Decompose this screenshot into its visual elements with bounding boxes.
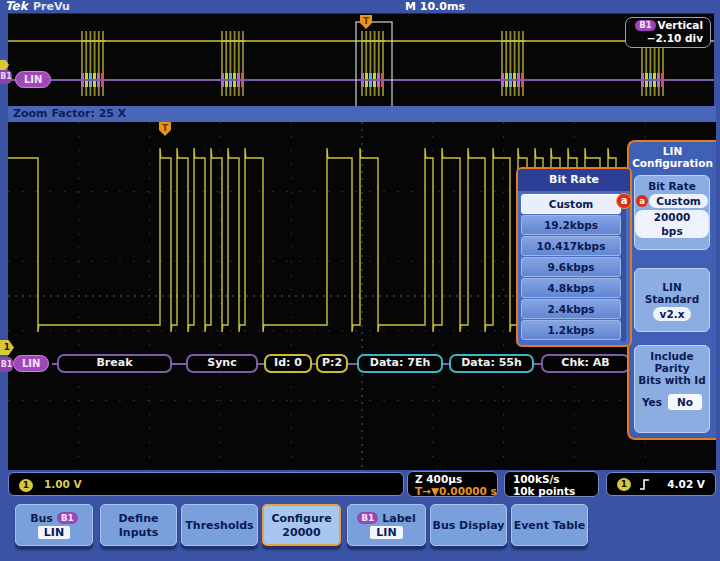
vertical-position-readout: B1Vertical −2.10 div: [625, 17, 711, 48]
decode-field-p-2: P:2: [316, 354, 348, 373]
menu-button-label[interactable]: B1 LabelLIN: [347, 504, 426, 546]
trigger-position-marker-overview: T: [360, 15, 372, 29]
channel1-icon: 1: [19, 479, 33, 492]
trigger-source-icon: 1: [617, 478, 631, 491]
svg-text:T: T: [363, 16, 370, 26]
b1-badge: B1: [57, 512, 78, 524]
tek-logo: Tek: [5, 0, 28, 13]
bit-rate-option-list: Custom19.2kbps10.417kbps9.6kbps4.8kbps2.…: [518, 191, 630, 343]
decode-field-sync: Sync: [186, 354, 258, 373]
channel1-scale-readout: 1 1.00 V: [8, 472, 404, 496]
bit-rate-label: Bit Rate: [635, 180, 709, 192]
lin-standard-menu-button[interactable]: LIN Standard v2.x: [634, 268, 710, 332]
bit-rate-popup-title: Bit Rate: [518, 169, 630, 191]
side-menu-title: LIN Configuration: [629, 145, 716, 169]
oscilloscope-screen: Tek PreVu M 10.0ms T LIN B1Vertical −2.1…: [0, 0, 720, 561]
include-parity-menu-button[interactable]: Include Parity Bits with Id Yes No: [634, 345, 710, 433]
trigger-position: T→▼0.00000 s: [415, 485, 497, 497]
record-length: 10k points: [513, 485, 598, 497]
bus-label-oval-main: LIN: [13, 355, 49, 372]
bit-rate-value: Custom: [649, 194, 708, 208]
trigger-position-marker: T: [159, 122, 171, 136]
b1-badge: B1: [357, 512, 378, 524]
bit-rate-bps: 20000 bps: [635, 210, 709, 238]
decode-field-break: Break: [57, 354, 172, 373]
menu-button-define-inputs[interactable]: DefineInputs: [100, 504, 177, 546]
zoom-factor-label: Zoom Factor: 25 X: [13, 107, 126, 120]
multipurpose-knob-a-badge: a: [616, 193, 632, 209]
zoom-factor-bar: Zoom Factor: 25 X: [8, 106, 716, 122]
acquisition-readout: 100kS/s 10k points: [504, 471, 599, 497]
rising-edge-icon: [639, 478, 650, 491]
bit-rate-option-1-2kbps[interactable]: 1.2kbps: [521, 320, 621, 340]
popup-scrollbar[interactable]: [621, 194, 626, 342]
bit-rate-option-9-6kbps[interactable]: 9.6kbps: [521, 257, 621, 277]
bit-rate-option-2-4kbps[interactable]: 2.4kbps: [521, 299, 621, 319]
zoom-timebase-readout: Z 400µs T→▼0.00000 s: [407, 471, 498, 497]
overview-window: T LIN B1Vertical −2.10 div: [8, 13, 714, 106]
sample-rate: 100kS/s: [513, 473, 598, 485]
bit-rate-option-4-8kbps[interactable]: 4.8kbps: [521, 278, 621, 298]
bus-label-oval: LIN: [15, 71, 51, 88]
bit-rate-option-19-2kbps[interactable]: 19.2kbps: [521, 215, 621, 235]
acquisition-status: PreVu: [33, 0, 70, 13]
menu-button-thresholds[interactable]: Thresholds: [181, 504, 258, 546]
trigger-readout: 1 4.02 V: [606, 472, 716, 496]
parity-label: Include Parity Bits with Id: [635, 350, 709, 386]
b1-badge: B1: [635, 20, 655, 31]
menu-button-event-table[interactable]: Event Table: [511, 504, 588, 546]
menu-button-configure[interactable]: Configure20000: [262, 504, 341, 546]
menu-button-bus[interactable]: Bus B1LIN: [15, 504, 93, 546]
decode-field-id-0: Id: 0: [264, 354, 312, 373]
bus-edge-marker-overview: B1: [0, 70, 12, 84]
bit-rate-option-10-417kbps[interactable]: 10.417kbps: [521, 236, 621, 256]
lin-standard-label: LIN Standard: [635, 281, 709, 305]
overview-plot: T: [8, 14, 714, 107]
zoom-scale: Z 400µs: [415, 473, 497, 485]
knob-a-icon: a: [636, 195, 648, 207]
overview-burst: [361, 31, 385, 96]
vertical-value: −2.10 div: [647, 32, 703, 44]
bit-rate-menu-button[interactable]: Bit Rate aCustom 20000 bps: [634, 175, 710, 250]
bus-edge-marker: B1: [0, 357, 13, 372]
lin-configuration-menu: LIN Configuration Bit Rate aCustom 20000…: [627, 140, 716, 440]
parity-no-option[interactable]: No: [668, 394, 702, 410]
menu-button-bus-display[interactable]: Bus Display: [430, 504, 507, 546]
trigger-level: 4.02 V: [667, 478, 705, 490]
overview-burst: [221, 31, 245, 96]
parity-yes-option[interactable]: Yes: [642, 396, 662, 408]
top-status-bar: Tek PreVu M 10.0ms: [0, 0, 720, 13]
decode-field-chk-ab: Chk: AB: [541, 354, 630, 373]
timebase-readout: M 10.0ms: [405, 0, 465, 13]
overview-burst: [501, 31, 525, 96]
bit-rate-option-custom[interactable]: Custom: [521, 194, 621, 214]
lin-standard-value: v2.x: [653, 307, 692, 321]
bit-rate-popup: Bit Rate Custom19.2kbps10.417kbps9.6kbps…: [516, 167, 632, 347]
svg-text:T: T: [162, 123, 169, 133]
overview-burst: [81, 31, 105, 96]
vertical-label: Vertical: [658, 19, 703, 31]
decode-field-data-55h: Data: 55h: [449, 354, 534, 373]
decode-field-data-7eh: Data: 7Eh: [357, 354, 443, 373]
trigger-arrow-icon: T→▼: [415, 485, 439, 497]
